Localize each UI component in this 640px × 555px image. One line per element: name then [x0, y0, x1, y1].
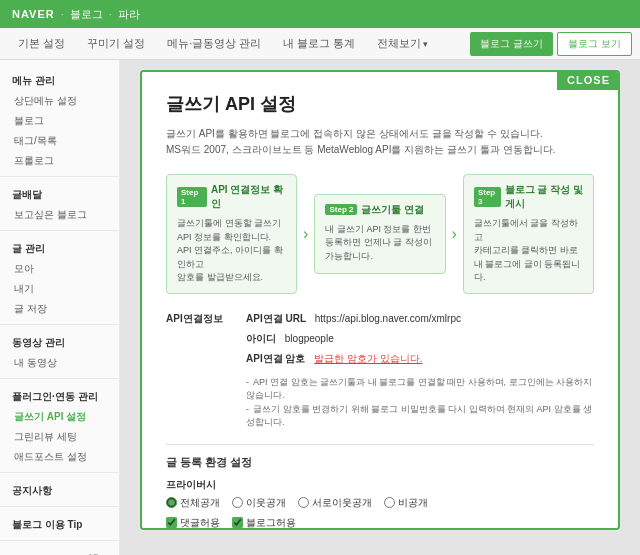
step-3-title: 블로그 글 작성 및 게시 — [505, 183, 583, 211]
api-password-row: API연결 암호 발급한 암호가 있습니다. — [166, 352, 594, 366]
sidebar-item-wishblog[interactable]: 보고싶은 블로그 — [0, 205, 119, 225]
nav-tabs: 기본 설정 꾸미기 설정 메뉴·글동영상 관리 내 블로그 통계 전체보기 블로… — [0, 28, 640, 60]
sidebar-item-collect[interactable]: 모아 — [0, 259, 119, 279]
privacy-label: 프라이버시 — [166, 478, 594, 492]
api-password-link[interactable]: 발급한 암호가 있습니다. — [314, 353, 422, 364]
step-2-badge: Step 2 — [325, 204, 357, 215]
blog-checkbox[interactable] — [232, 517, 243, 528]
logo-sep: · — [61, 8, 64, 20]
api-id-row: 아이디 blogpeople — [166, 332, 594, 346]
modal-description: 글쓰기 API를 활용하면 블로그에 접속하지 않은 상태에서도 글을 작성할 … — [166, 126, 594, 158]
tab-all-view[interactable]: 전체보기 — [367, 32, 438, 55]
privacy-private-radio[interactable] — [384, 497, 395, 508]
privacy-neighbor-label: 이웃공개 — [246, 496, 286, 510]
settings-title: 글 등록 환경 설정 — [166, 455, 594, 470]
sidebar-divider-2 — [0, 230, 119, 231]
subtitle: 파라 — [118, 7, 140, 22]
api-id-label: 아이디 — [246, 333, 276, 344]
sidebar-divider-1 — [0, 176, 119, 177]
step-1-badge: Step 1 — [177, 187, 207, 207]
settings-section: 글 등록 환경 설정 프라이버시 전체공개 이웃공개 — [166, 455, 594, 531]
sidebar-item-myvideo[interactable]: 내 동영상 — [0, 353, 119, 373]
write-blog-button[interactable]: 블로그 글쓰기 — [470, 32, 553, 56]
privacy-neighbor-radio[interactable] — [232, 497, 243, 508]
top-bar: NAVER · 블로그 · 파라 — [0, 0, 640, 28]
api-url-label: API연결 URL — [246, 313, 306, 324]
step-1-box: Step 1 API 연결정보 확인 글쓰기툴에 연동할 글쓰기API 정보를 … — [166, 174, 297, 294]
comment-checkbox[interactable] — [166, 517, 177, 528]
service-sep: · — [109, 8, 112, 20]
api-url-row: API연결정보 API연결 URL https://api.blog.naver… — [166, 312, 594, 326]
privacy-neighbor[interactable]: 이웃공개 — [232, 496, 286, 510]
sidebar-item-adpost[interactable]: 애드포스트 설정 — [0, 447, 119, 467]
step-1-title: API 연결정보 확인 — [211, 183, 286, 211]
content-area: CLOSE 글쓰기 API 설정 글쓰기 API를 활용하면 블로그에 접속하지… — [120, 60, 640, 555]
comment-allow[interactable]: 댓글허용 — [166, 516, 220, 530]
nav-right-buttons: 블로그 글쓰기 블로그 보기 — [470, 32, 632, 56]
sidebar-section-video: 동영상 관리 — [0, 330, 119, 353]
step-2-header: Step 2 글쓰기툴 연결 — [325, 203, 434, 217]
sidebar-item-save[interactable]: 글 저장 — [0, 299, 119, 319]
step-1-desc: 글쓰기툴에 연동할 글쓰기API 정보를 확인합니다.API 연결주소, 아이디… — [177, 217, 286, 285]
sidebar-section-plugin: 플러그인·연동 관리 — [0, 384, 119, 407]
sidebar-item-greenreview[interactable]: 그린리뷰 세팅 — [0, 427, 119, 447]
step-1-header: Step 1 API 연결정보 확인 — [177, 183, 286, 211]
tab-blog-stats[interactable]: 내 블로그 통계 — [273, 32, 365, 55]
api-settings-modal: CLOSE 글쓰기 API 설정 글쓰기 API를 활용하면 블로그에 접속하지… — [140, 70, 620, 530]
tab-menu-management[interactable]: 메뉴·글동영상 관리 — [157, 32, 271, 55]
sidebar-item-tag[interactable]: 태그/목록 — [0, 131, 119, 151]
privacy-public[interactable]: 전체공개 — [166, 496, 220, 510]
category-checkbox-group: 댓글허용 블로그허용 — [166, 516, 594, 530]
sidebar-divider-3 — [0, 324, 119, 325]
modal-overlay: CLOSE 글쓰기 API 설정 글쓰기 API를 활용하면 블로그에 접속하지… — [120, 60, 640, 555]
privacy-mutual-label: 서로이웃공개 — [312, 496, 372, 510]
blog-allow[interactable]: 블로그허용 — [232, 516, 296, 530]
api-password-field: API연결 암호 발급한 암호가 있습니다. — [246, 352, 594, 366]
step-3-desc: 글쓰기툴에서 글을 작성하고카테고리를 클릭하면 바로내 블로그에 글이 등록됩… — [474, 217, 583, 285]
sidebar-section-feed: 글배달 — [0, 182, 119, 205]
api-id-value: blogpeople — [285, 333, 334, 344]
step-3-box: Step 3 블로그 글 작성 및 게시 글쓰기툴에서 글을 작성하고카테고리를… — [463, 174, 594, 294]
api-section-label: API연결정보 — [166, 312, 246, 326]
view-blog-button[interactable]: 블로그 보기 — [557, 32, 632, 56]
api-notes: -API 연결 암호는 글쓰기툴과 내 블로그를 연결할 때만 사용하며, 로그… — [246, 376, 594, 430]
sidebar-divider-5 — [0, 472, 119, 473]
api-notes-row: -API 연결 암호는 글쓰기툴과 내 블로그를 연결할 때만 사용하며, 로그… — [166, 372, 594, 430]
api-url-value: https://api.blog.naver.com/xmlrpc — [315, 313, 461, 324]
api-password-label: API연결 암호 — [246, 353, 305, 364]
modal-close-button[interactable]: CLOSE — [557, 70, 620, 90]
steps-row: Step 1 API 연결정보 확인 글쓰기툴에 연동할 글쓰기API 정보를 … — [166, 174, 594, 294]
sidebar-item-prologue[interactable]: 프롤로그 — [0, 151, 119, 171]
settings-divider — [166, 444, 594, 445]
step-arrow-1: › — [297, 225, 314, 243]
sidebar-divider-4 — [0, 378, 119, 379]
step-3-header: Step 3 블로그 글 작성 및 게시 — [474, 183, 583, 211]
privacy-public-radio[interactable] — [166, 497, 177, 508]
sidebar-item-mypost[interactable]: 내기 — [0, 279, 119, 299]
step-arrow-2: › — [446, 225, 463, 243]
logo: NAVER — [12, 8, 55, 20]
service-name: 블로그 — [70, 7, 103, 22]
privacy-private-label: 비공개 — [398, 496, 428, 510]
sidebar-divider-7 — [0, 540, 119, 541]
sidebar-item-topmenu[interactable]: 상단메뉴 설정 — [0, 91, 119, 111]
sidebar-section-menu: 메뉴 관리 — [0, 68, 119, 91]
step-2-desc: 내 글쓰기 API 정보를 한번등록하면 언제나 글 작성이가능합니다. — [325, 223, 434, 264]
sidebar-item-api-settings[interactable]: 글쓰기 API 설정 — [0, 407, 119, 427]
step-3-badge: Step 3 — [474, 187, 501, 207]
step-2-box: Step 2 글쓰기툴 연결 내 글쓰기 API 정보를 한번등록하면 언제나 … — [314, 194, 445, 274]
api-info-table: API연결정보 API연결 URL https://api.blog.naver… — [166, 312, 594, 430]
sidebar-item-blog[interactable]: 블로그 — [0, 111, 119, 131]
privacy-mutual-radio[interactable] — [298, 497, 309, 508]
privacy-private[interactable]: 비공개 — [384, 496, 428, 510]
api-url-field: API연결 URL https://api.blog.naver.com/xml… — [246, 312, 594, 326]
tab-design-settings[interactable]: 꾸미기 설정 — [77, 32, 155, 55]
comment-label: 댓글허용 — [180, 516, 220, 530]
modal-title: 글쓰기 API 설정 — [166, 92, 594, 116]
sidebar-divider-6 — [0, 506, 119, 507]
tab-basic-settings[interactable]: 기본 설정 — [8, 32, 75, 55]
blog-label: 블로그허용 — [246, 516, 296, 530]
privacy-public-label: 전체공개 — [180, 496, 220, 510]
privacy-radio-group: 전체공개 이웃공개 서로이웃공개 비공개 — [166, 496, 594, 510]
privacy-mutual[interactable]: 서로이웃공개 — [298, 496, 372, 510]
